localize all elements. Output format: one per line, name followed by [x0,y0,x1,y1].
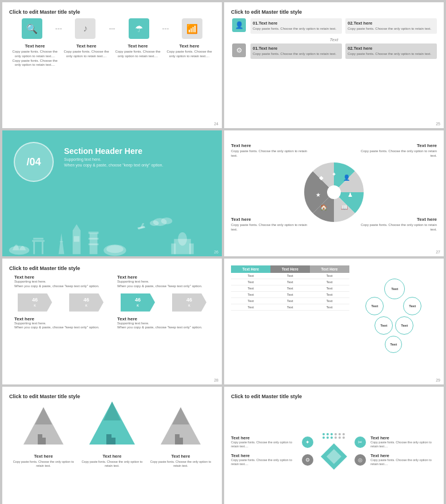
s4-text-body-0: Copy paste fonts. Choose the only option… [231,149,309,158]
arrow-text-0: 46K [32,297,38,308]
table-row: TextTextText [231,298,349,304]
table-row: TextTextText [231,273,349,279]
music-icon: ♪ [75,18,95,39]
table-row: TextTextText [231,285,349,292]
left-title-0: Text here [231,435,300,440]
arrow-shape-1: 46K [69,293,103,312]
header-title-1: Text here [117,275,210,280]
s4-text-title-1: Text here [231,217,309,222]
slide-6-table-area: Text Here Text Here Text Here TextTextTe… [231,265,349,366]
slide-5: Click to edit Master title style Text he… [2,259,222,384]
table-header-row: Text Here Text Here Text Here [231,265,349,273]
arrow-shape-2: 46K [121,293,155,312]
slide-5-header-1: Text here Supporting text here.When you … [117,275,210,289]
slide-1-icon-1: ♪ [63,18,108,39]
label-text-1: Text here [63,43,109,49]
s4-text-body-3: Copy paste fonts. Choose the only option… [359,223,437,232]
dashed-connector [162,29,168,29]
s4-text-body-2: Copy paste fonts. Choose the only option… [359,149,437,158]
svg-rect-42 [180,438,183,445]
svg-rect-34 [42,438,46,445]
search-icon: 🔍 [22,18,42,39]
s4-text-title-2: Text here [359,143,437,148]
label-text-0: Text here [12,43,57,49]
svg-text:✦: ✦ [332,171,336,177]
svg-rect-41 [175,434,180,445]
slide-4-left-top: Text here Copy paste fonts. Choose the o… [231,143,309,158]
svg-rect-13 [89,244,99,245]
slide-5-title: Click to edit Master title style [9,265,215,271]
slide-6-circles-area: Text Text Text Text Text Text [353,265,437,366]
svg-text:👤: 👤 [343,174,351,181]
slide-4-right-bottom: Text here Copy paste fonts. Choose the o… [359,217,437,232]
dot-gray [334,436,337,439]
circle-mid-right: Text [403,297,421,315]
block-01-text: Copy paste fonts. Choose the only option… [253,27,340,31]
label-text-3: Text here [166,43,212,49]
slide-8-right-text-1: Text here Copy paste fonts. Choose the o… [371,453,437,466]
block-03-text: Copy paste fonts. Choose the only option… [253,52,340,57]
svg-rect-33 [38,434,42,445]
footer-text-1: Supporting text here.When you copy & pas… [117,322,210,331]
gear-icon: ⚙ [232,43,246,57]
slide-2-row-2: ⚙ 01.Text here Copy paste fonts. Choose … [231,43,437,59]
svg-rect-9 [74,236,79,242]
th-1: Text Here [270,265,310,273]
circle-bottom: Text [385,336,402,353]
slide-2-blocks-row1: 01.Text here Copy paste fonts. Choose th… [250,18,437,34]
left-body-0: Copy paste fonts. Choose the only option… [231,440,300,449]
footer-title-1: Text here [117,316,210,322]
slide-8-left-text-1: Text here Copy paste fonts. Choose the o… [231,453,300,466]
dot-gray [343,433,345,435]
slide-5-footers: Text here Supporting text here.When you … [9,316,215,331]
circle-top: Text [384,279,405,299]
svg-rect-7 [73,231,81,254]
svg-rect-1 [33,242,35,255]
svg-rect-12 [89,238,99,240]
circle-mid-left: Text [365,297,384,315]
mountain-text-0: Copy paste fonts. Choose the only option… [9,460,78,468]
right-body-1: Copy paste fonts. Choose the only option… [371,458,437,466]
slide-5-header-0: Text here Supporting text here.When you … [14,275,107,289]
body-text-1: Copy paste fonts. Choose the only option… [63,50,109,59]
slide-3-skyline [2,199,222,256]
slide-1-title: Click to edit Master title style [9,9,215,15]
arrow-shape-3: 46K [172,293,206,312]
body-text-3: Copy paste fonts. Choose the only option… [166,50,212,59]
svg-marker-8 [73,224,81,231]
right-body-0: Copy paste fonts. Choose the only option… [371,440,437,449]
svg-point-30 [327,185,341,199]
slide-1-icons-row: 🔍 ♪ ☂ 📶 [9,18,215,39]
slide-4-num: 27 [436,250,440,254]
arrow-3: 46K [172,293,206,312]
slide-5-arrows: 46K 46K 46K 46K [9,293,215,312]
block-03-title: 01.Text here [253,46,340,51]
svg-rect-11 [89,232,99,234]
center-diamond-svg [320,442,348,471]
slide-6-table: Text Here Text Here Text Here TextTextTe… [231,265,349,311]
slide-2-block-03: 01.Text here Copy paste fonts. Choose th… [250,43,342,59]
slide-1: Click to edit Master title style 🔍 ♪ ☂ 📶… [2,2,222,128]
mountain-svg-2 [158,404,204,450]
svg-point-20 [178,232,187,246]
mountain-svg-1 [86,399,138,450]
left-body-1: Copy paste fonts. Choose the only option… [231,458,300,466]
slide-8-left-text-0: Text here Copy paste fonts. Choose the o… [231,435,300,449]
section-sub: Supporting text here. [64,157,163,161]
slide-1-col-1: Text here Copy paste fonts. Choose the o… [63,41,109,68]
table-header: Text Here Text Here Text Here [231,265,349,273]
footer-text-0: Supporting text here.When you copy & pas… [14,322,107,331]
right-title-0: Text here [371,435,437,440]
arrow-1: 46K [69,293,103,312]
slide-8-left-row-1: Text here Copy paste fonts. Choose the o… [231,453,313,466]
slide-8-left: Text here Copy paste fonts. Choose the o… [231,435,313,471]
slide-2-icon-teal: 👤 [231,18,247,34]
dot-gray [339,433,341,435]
slide-2-block-04: 02.Text here Copy paste fonts. Choose th… [345,43,437,59]
slide-2-row-1: 👤 01.Text here Copy paste fonts. Choose … [231,18,437,34]
slide-3-header: Section Header Here Supporting text here… [64,146,163,167]
svg-marker-5 [58,233,64,254]
dashed-connector [55,29,61,29]
slide-6-layout: Text Here Text Here Text Here TextTextTe… [231,265,437,366]
dot [326,436,329,439]
